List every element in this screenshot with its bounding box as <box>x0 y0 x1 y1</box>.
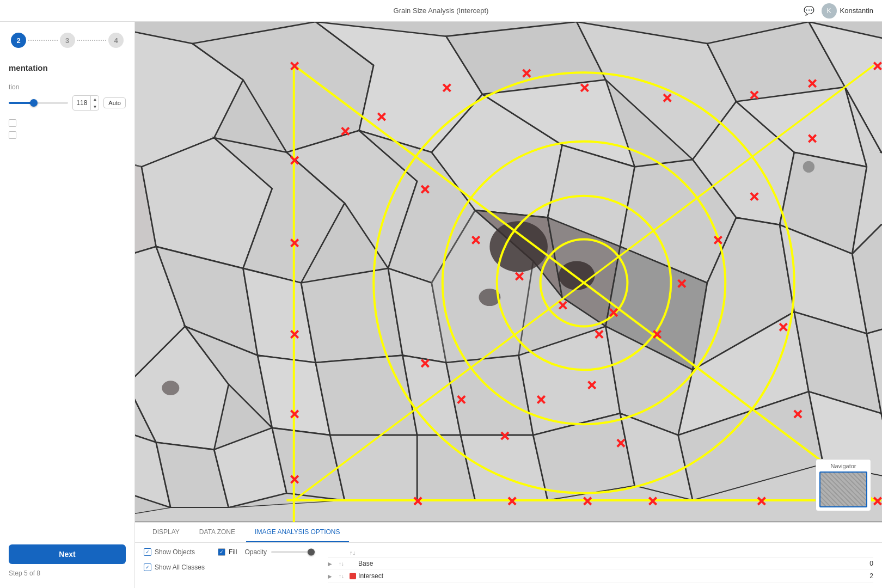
bottom-panel: DISPLAY DATA ZONE IMAGE ANALYSIS OPTIONS… <box>135 522 882 588</box>
show-all-classes-row: ✓ Show All Classes <box>144 564 205 571</box>
svg-point-67 <box>479 289 500 306</box>
svg-marker-55 <box>272 428 345 500</box>
svg-point-68 <box>162 381 179 395</box>
svg-marker-26 <box>156 247 258 356</box>
grain-background <box>135 22 882 522</box>
svg-line-150 <box>714 236 721 243</box>
user-info: K Konstantin <box>822 3 873 19</box>
svg-point-75 <box>443 142 725 424</box>
tab-display[interactable]: DISPLAY <box>144 523 188 542</box>
opacity-slider[interactable] <box>271 551 315 553</box>
svg-marker-39 <box>135 348 156 442</box>
topbar: Grain Size Analysis (Intercept) 💬 K Kons… <box>0 0 882 22</box>
svg-line-155 <box>780 323 787 330</box>
slider-arrows: ▲ ▼ <box>90 95 99 111</box>
tab-image-analysis[interactable]: IMAGE ANALYSIS OPTIONS <box>246 523 349 542</box>
svg-line-108 <box>421 186 428 193</box>
svg-marker-12 <box>214 138 345 283</box>
expand-intersect[interactable]: ▶ <box>328 573 339 579</box>
step-line-1 <box>28 40 58 41</box>
intersect-color-dot <box>350 573 356 579</box>
image-viewer[interactable]: Navigator <box>135 22 882 522</box>
svg-marker-32 <box>548 218 620 327</box>
svg-line-118 <box>610 309 617 316</box>
slider-down-arrow[interactable]: ▼ <box>91 103 99 111</box>
svg-line-94 <box>874 63 881 70</box>
opacity-thumb[interactable] <box>308 549 315 556</box>
svg-line-153 <box>678 280 685 287</box>
sidebar-spacer <box>9 143 126 544</box>
base-value: 0 <box>852 560 873 567</box>
svg-point-69 <box>803 161 814 173</box>
svg-line-158 <box>617 439 624 446</box>
checkbox-row-2 <box>9 131 126 139</box>
svg-line-82 <box>378 113 385 120</box>
show-objects-check: ✓ <box>145 549 150 555</box>
svg-line-134 <box>509 498 516 505</box>
step-4: 4 <box>108 33 124 48</box>
svg-marker-48 <box>678 312 809 435</box>
slider-thumb[interactable] <box>30 99 38 107</box>
svg-line-112 <box>516 273 523 280</box>
avatar: K <box>822 3 837 19</box>
auto-button[interactable]: Auto <box>103 97 126 108</box>
svg-line-140 <box>758 498 765 505</box>
show-all-classes-checkbox[interactable]: ✓ <box>144 564 151 571</box>
svg-line-157 <box>794 411 801 418</box>
svg-line-159 <box>617 439 624 446</box>
slider-up-arrow[interactable]: ▲ <box>91 95 99 103</box>
checkbox-1[interactable] <box>9 119 16 127</box>
svg-marker-13 <box>286 131 417 268</box>
fill-checkbox[interactable]: ✓ <box>218 548 225 556</box>
chat-icon[interactable]: 💬 <box>803 5 815 17</box>
sort-col-icon <box>339 549 350 556</box>
svg-line-154 <box>780 323 787 330</box>
checkbox-2[interactable] <box>9 131 16 139</box>
svg-marker-34 <box>693 218 794 370</box>
show-all-classes-check: ✓ <box>145 565 150 570</box>
svg-line-95 <box>874 63 881 70</box>
svg-marker-57 <box>417 435 475 500</box>
slider-track[interactable] <box>9 102 68 104</box>
svg-line-125 <box>589 382 596 389</box>
step-3: 3 <box>60 33 75 48</box>
svg-line-102 <box>291 411 298 418</box>
show-all-classes-label: Show All Classes <box>155 564 205 571</box>
svg-marker-14 <box>359 131 475 283</box>
navigator-thumb-inner <box>820 473 866 506</box>
svg-marker-15 <box>432 94 562 217</box>
grain-svg-overlay <box>135 22 882 522</box>
svg-line-103 <box>291 411 298 418</box>
show-objects-label: Show Objects <box>155 548 195 556</box>
svg-line-83 <box>378 113 385 120</box>
expand-base[interactable]: ▶ <box>328 561 339 567</box>
table-header: ↑↓ <box>328 548 873 558</box>
svg-marker-17 <box>475 145 635 261</box>
svg-line-127 <box>501 432 509 439</box>
base-name: Base <box>358 560 852 567</box>
svg-line-152 <box>678 280 685 287</box>
svg-line-92 <box>808 80 816 87</box>
threshold-value-input[interactable]: 118 ▲ ▼ <box>72 95 99 111</box>
svg-line-117 <box>559 302 566 309</box>
next-button[interactable]: Next <box>9 544 126 564</box>
tab-data-zone[interactable]: DATA ZONE <box>191 523 244 542</box>
svg-line-93 <box>808 80 816 87</box>
svg-line-136 <box>584 498 591 505</box>
sort-col-name[interactable]: ↑↓ <box>350 549 356 556</box>
opacity-row: Opacity <box>244 548 315 556</box>
show-objects-checkbox[interactable]: ✓ <box>144 548 151 556</box>
svg-line-89 <box>664 94 671 101</box>
svg-line-119 <box>610 309 617 316</box>
svg-marker-40 <box>135 326 229 449</box>
step-line-2 <box>77 40 107 41</box>
svg-line-113 <box>516 273 523 280</box>
content-area: Navigator DISPLAY DATA ZONE IMAGE ANALYS… <box>135 22 882 588</box>
svg-line-115 <box>596 330 603 338</box>
main-layout: 2 3 4 mentation tion 118 ▲ ▼ Auto <box>0 22 882 588</box>
svg-line-91 <box>751 91 758 99</box>
svg-marker-46 <box>519 326 620 435</box>
threshold-number: 118 <box>73 99 90 107</box>
svg-line-100 <box>291 330 298 338</box>
threshold-label: tion <box>9 83 126 91</box>
